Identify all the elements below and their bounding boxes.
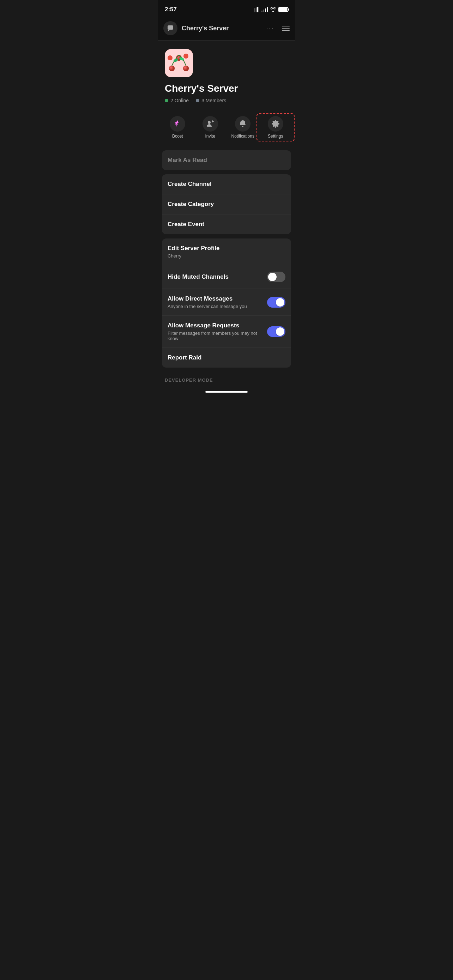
settings-button[interactable]: Settings [259, 116, 292, 138]
developer-mode-section: DEVELOPER MODE [158, 372, 295, 388]
server-stats: 2 Online 3 Members [165, 98, 288, 103]
notifications-icon-container [235, 116, 251, 132]
server-icon-art [165, 49, 193, 77]
home-bar [158, 388, 295, 398]
svg-point-7 [169, 65, 175, 71]
invite-button[interactable]: Invite [194, 116, 227, 138]
bell-icon [238, 119, 247, 128]
mark-as-read-title: Mark As Read [168, 157, 207, 164]
create-channel-item[interactable]: Create Channel [162, 174, 291, 194]
settings-label: Settings [268, 134, 283, 138]
hide-muted-channels-item[interactable]: Hide Muted Channels [162, 265, 291, 289]
svg-point-13 [168, 56, 173, 60]
status-icons [254, 7, 288, 12]
svg-rect-0 [254, 8, 256, 12]
boost-button[interactable]: Boost [161, 116, 194, 138]
gear-icon [271, 119, 280, 128]
edit-server-profile-item[interactable]: Edit Server Profile Cherry [162, 239, 291, 265]
svg-rect-5 [165, 49, 193, 77]
allow-message-requests-item[interactable]: Allow Message Requests Filter messages f… [162, 316, 291, 348]
notifications-button[interactable]: Notifications [227, 116, 259, 138]
menu-section-1: Mark As Read [162, 150, 291, 170]
server-title: Cherry's Server [182, 25, 262, 32]
action-row: Boost Invite Notifications [158, 110, 295, 146]
svg-rect-2 [257, 7, 258, 12]
notifications-label: Notifications [231, 134, 254, 138]
online-count: 2 Online [165, 98, 189, 103]
svg-point-11 [183, 65, 189, 71]
server-name: Cherry's Server [165, 83, 288, 94]
hamburger-menu-button[interactable] [282, 26, 290, 31]
svg-rect-3 [259, 7, 259, 12]
developer-mode-label: DEVELOPER MODE [165, 377, 213, 383]
invite-icon [206, 119, 215, 128]
signal-icon [261, 7, 268, 12]
invite-icon-container [202, 116, 218, 132]
allow-direct-messages-item[interactable]: Allow Direct Messages Anyone in the serv… [162, 289, 291, 316]
svg-rect-4 [168, 25, 173, 30]
allow-message-requests-subtitle: Filter messages from members you may not… [168, 331, 267, 341]
allow-direct-messages-subtitle: Anyone in the server can message you [168, 304, 247, 309]
svg-point-16 [208, 121, 211, 124]
edit-server-profile-title: Edit Server Profile [168, 245, 219, 252]
toggle-thumb-3 [276, 328, 285, 336]
menu-section-2: Create Channel Create Category Create Ev… [162, 174, 291, 234]
boost-icon-container [170, 116, 185, 132]
menu-section-3: Edit Server Profile Cherry Hide Muted Ch… [162, 239, 291, 368]
hide-muted-toggle[interactable] [267, 272, 285, 282]
toggle-thumb [268, 273, 277, 281]
wifi-icon [270, 7, 276, 12]
battery-icon [278, 7, 288, 12]
toggle-thumb-2 [276, 298, 285, 307]
edit-server-profile-subtitle: Cherry [168, 253, 219, 259]
hide-muted-channels-title: Hide Muted Channels [168, 274, 229, 280]
home-bar-line [205, 391, 248, 393]
allow-message-requests-toggle[interactable] [267, 326, 285, 337]
members-dot [196, 99, 199, 102]
boost-icon [173, 119, 182, 128]
invite-label: Invite [205, 134, 215, 138]
svg-rect-1 [256, 7, 257, 12]
sim-icon [254, 7, 259, 12]
create-channel-title: Create Channel [168, 181, 212, 188]
create-category-item[interactable]: Create Category [162, 194, 291, 215]
svg-point-12 [183, 54, 188, 59]
create-category-title: Create Category [168, 201, 214, 208]
allow-direct-messages-title: Allow Direct Messages [168, 295, 247, 302]
allow-message-requests-title: Allow Message Requests [168, 322, 267, 329]
status-time: 2:57 [165, 6, 177, 13]
settings-icon-container [268, 116, 283, 132]
server-icon [165, 49, 193, 77]
boost-label: Boost [172, 134, 183, 138]
create-event-item[interactable]: Create Event [162, 215, 291, 234]
report-raid-title: Report Raid [168, 354, 202, 361]
create-event-title: Create Event [168, 221, 204, 228]
member-count: 3 Members [196, 98, 226, 103]
top-nav: Cherry's Server ··· [158, 18, 295, 41]
chat-bubble-icon [167, 25, 174, 32]
mark-as-read-item[interactable]: Mark As Read [162, 150, 291, 170]
back-button[interactable] [163, 21, 178, 35]
allow-dm-toggle[interactable] [267, 297, 285, 308]
report-raid-item[interactable]: Report Raid [162, 348, 291, 368]
server-header: Cherry's Server 2 Online 3 Members [158, 41, 295, 110]
more-options-button[interactable]: ··· [266, 24, 274, 32]
online-dot [165, 99, 168, 102]
status-bar: 2:57 [158, 0, 295, 18]
